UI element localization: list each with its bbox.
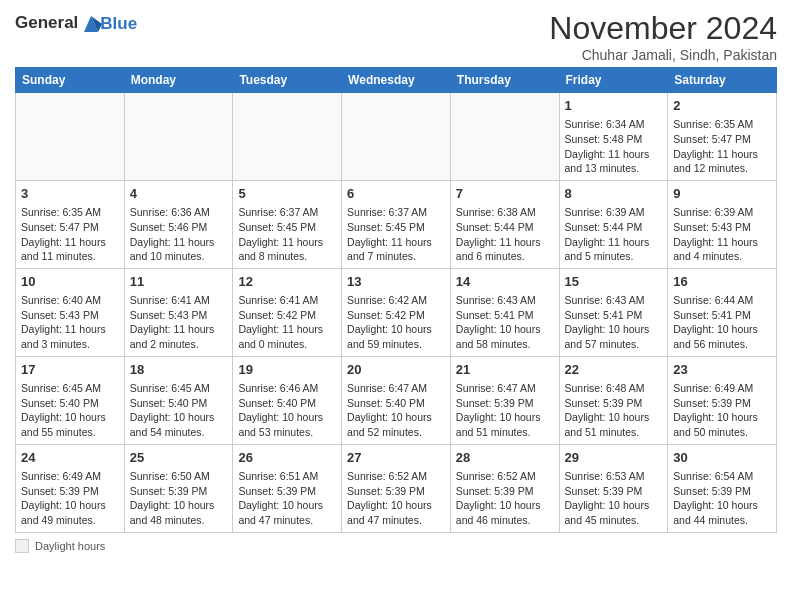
logo-icon [80,14,102,34]
day-number: 28 [456,449,554,467]
calendar-cell: 15Sunrise: 6:43 AMSunset: 5:41 PMDayligh… [559,268,668,356]
calendar-cell: 9Sunrise: 6:39 AMSunset: 5:43 PMDaylight… [668,180,777,268]
day-info: Sunset: 5:43 PM [673,220,771,235]
day-number: 24 [21,449,119,467]
day-info: Sunset: 5:39 PM [130,484,228,499]
day-info: Sunset: 5:42 PM [238,308,336,323]
day-info: Daylight: 11 hours and 7 minutes. [347,235,445,264]
day-info: Sunrise: 6:48 AM [565,381,663,396]
day-info: Daylight: 10 hours and 50 minutes. [673,410,771,439]
calendar-cell: 25Sunrise: 6:50 AMSunset: 5:39 PMDayligh… [124,444,233,532]
day-number: 25 [130,449,228,467]
day-info: Sunrise: 6:51 AM [238,469,336,484]
day-info: Daylight: 11 hours and 5 minutes. [565,235,663,264]
day-number: 21 [456,361,554,379]
day-info: Sunrise: 6:54 AM [673,469,771,484]
logo-general: General [15,13,78,32]
day-info: Sunset: 5:48 PM [565,132,663,147]
calendar-cell: 23Sunrise: 6:49 AMSunset: 5:39 PMDayligh… [668,356,777,444]
day-info: Daylight: 11 hours and 0 minutes. [238,322,336,351]
day-info: Daylight: 10 hours and 54 minutes. [130,410,228,439]
day-number: 20 [347,361,445,379]
day-info: Sunset: 5:39 PM [673,396,771,411]
day-info: Sunrise: 6:41 AM [238,293,336,308]
day-info: Daylight: 11 hours and 4 minutes. [673,235,771,264]
calendar-cell: 19Sunrise: 6:46 AMSunset: 5:40 PMDayligh… [233,356,342,444]
calendar-cell: 6Sunrise: 6:37 AMSunset: 5:45 PMDaylight… [342,180,451,268]
day-number: 12 [238,273,336,291]
day-info: Sunset: 5:41 PM [456,308,554,323]
day-info: Daylight: 11 hours and 10 minutes. [130,235,228,264]
day-number: 29 [565,449,663,467]
location: Chuhar Jamali, Sindh, Pakistan [549,47,777,63]
legend-label: Daylight hours [35,540,105,552]
day-info: Sunrise: 6:45 AM [130,381,228,396]
day-number: 26 [238,449,336,467]
calendar-cell: 24Sunrise: 6:49 AMSunset: 5:39 PMDayligh… [16,444,125,532]
calendar-cell: 12Sunrise: 6:41 AMSunset: 5:42 PMDayligh… [233,268,342,356]
day-info: Daylight: 11 hours and 3 minutes. [21,322,119,351]
day-info: Sunrise: 6:52 AM [456,469,554,484]
calendar-cell: 2Sunrise: 6:35 AMSunset: 5:47 PMDaylight… [668,93,777,181]
day-info: Daylight: 10 hours and 55 minutes. [21,410,119,439]
day-info: Daylight: 10 hours and 49 minutes. [21,498,119,527]
col-monday: Monday [124,68,233,93]
day-info: Daylight: 10 hours and 45 minutes. [565,498,663,527]
day-info: Sunrise: 6:45 AM [21,381,119,396]
day-number: 8 [565,185,663,203]
day-info: Daylight: 10 hours and 57 minutes. [565,322,663,351]
day-info: Sunset: 5:45 PM [347,220,445,235]
calendar-cell: 29Sunrise: 6:53 AMSunset: 5:39 PMDayligh… [559,444,668,532]
col-sunday: Sunday [16,68,125,93]
day-number: 17 [21,361,119,379]
day-info: Sunrise: 6:49 AM [21,469,119,484]
day-number: 11 [130,273,228,291]
calendar-cell [342,93,451,181]
calendar-week-2: 3Sunrise: 6:35 AMSunset: 5:47 PMDaylight… [16,180,777,268]
day-info: Daylight: 10 hours and 58 minutes. [456,322,554,351]
calendar-cell: 17Sunrise: 6:45 AMSunset: 5:40 PMDayligh… [16,356,125,444]
day-info: Sunrise: 6:46 AM [238,381,336,396]
day-info: Daylight: 10 hours and 47 minutes. [238,498,336,527]
day-number: 5 [238,185,336,203]
day-info: Daylight: 10 hours and 59 minutes. [347,322,445,351]
day-number: 1 [565,97,663,115]
day-info: Sunset: 5:40 PM [347,396,445,411]
day-info: Sunset: 5:46 PM [130,220,228,235]
calendar-cell: 11Sunrise: 6:41 AMSunset: 5:43 PMDayligh… [124,268,233,356]
calendar-week-5: 24Sunrise: 6:49 AMSunset: 5:39 PMDayligh… [16,444,777,532]
day-number: 3 [21,185,119,203]
col-thursday: Thursday [450,68,559,93]
day-info: Daylight: 10 hours and 51 minutes. [565,410,663,439]
month-title: November 2024 [549,10,777,47]
day-info: Daylight: 11 hours and 11 minutes. [21,235,119,264]
day-info: Sunrise: 6:36 AM [130,205,228,220]
calendar-cell: 18Sunrise: 6:45 AMSunset: 5:40 PMDayligh… [124,356,233,444]
calendar-cell [450,93,559,181]
day-info: Daylight: 10 hours and 51 minutes. [456,410,554,439]
day-info: Sunrise: 6:43 AM [456,293,554,308]
col-wednesday: Wednesday [342,68,451,93]
calendar-cell: 10Sunrise: 6:40 AMSunset: 5:43 PMDayligh… [16,268,125,356]
day-number: 9 [673,185,771,203]
day-info: Sunset: 5:39 PM [456,396,554,411]
day-info: Sunset: 5:39 PM [238,484,336,499]
day-info: Sunset: 5:41 PM [565,308,663,323]
day-info: Sunrise: 6:47 AM [347,381,445,396]
day-info: Sunset: 5:44 PM [456,220,554,235]
col-tuesday: Tuesday [233,68,342,93]
day-info: Sunrise: 6:41 AM [130,293,228,308]
day-info: Sunset: 5:47 PM [21,220,119,235]
calendar-cell: 13Sunrise: 6:42 AMSunset: 5:42 PMDayligh… [342,268,451,356]
day-info: Daylight: 10 hours and 53 minutes. [238,410,336,439]
day-info: Sunset: 5:40 PM [130,396,228,411]
day-info: Sunrise: 6:38 AM [456,205,554,220]
day-info: Sunset: 5:44 PM [565,220,663,235]
col-saturday: Saturday [668,68,777,93]
day-info: Sunrise: 6:34 AM [565,117,663,132]
day-info: Sunrise: 6:44 AM [673,293,771,308]
day-info: Sunrise: 6:52 AM [347,469,445,484]
logo: General Blue [15,14,137,34]
day-info: Sunrise: 6:40 AM [21,293,119,308]
day-info: Daylight: 10 hours and 56 minutes. [673,322,771,351]
